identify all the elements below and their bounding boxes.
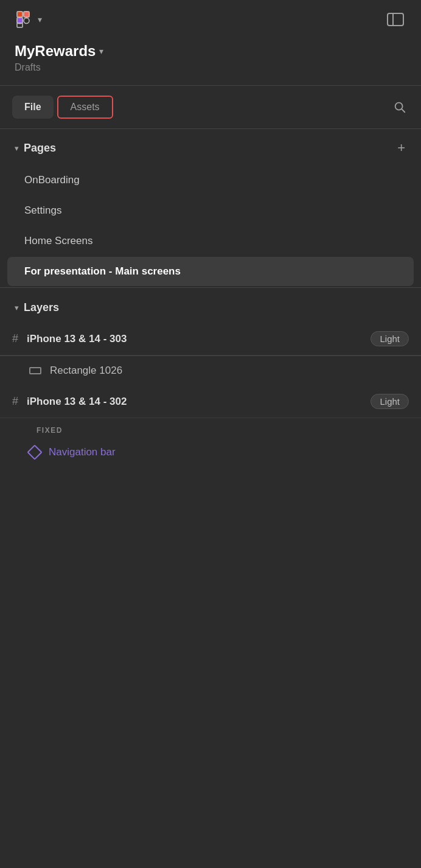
layers-section-header: ▾ Layers	[0, 290, 421, 323]
sub-layer-name-rect: Rectangle 1026	[50, 365, 122, 377]
header-chevron-icon: ▾	[38, 15, 42, 24]
frame-icon-303: #	[12, 332, 18, 345]
layer-name-302: iPhone 13 & 14 - 302	[27, 396, 362, 408]
tab-buttons: File Assets	[12, 96, 113, 119]
layers-section: ▾ Layers # iPhone 13 & 14 - 303 Light Re…	[0, 290, 421, 466]
layers-section-title: Layers	[24, 301, 59, 314]
add-page-button[interactable]: +	[396, 139, 406, 157]
project-title-section: MyRewards ▾ Drafts	[0, 37, 421, 85]
project-chevron-icon: ▾	[99, 46, 103, 56]
nav-layer-item[interactable]: Navigation bar	[0, 439, 421, 466]
nav-layer-name: Navigation bar	[49, 446, 116, 458]
fixed-badge-row: FIXED	[0, 418, 421, 439]
layer-badge-303: Light	[371, 331, 409, 346]
divider-3	[0, 287, 421, 288]
search-button[interactable]	[391, 98, 409, 116]
sub-layer-rectangle-1026[interactable]: Rectangle 1026	[0, 356, 421, 385]
rectangle-icon	[29, 367, 41, 374]
page-item-settings[interactable]: Settings	[7, 196, 414, 225]
tab-bar: File Assets	[0, 86, 421, 128]
tab-assets[interactable]: Assets	[57, 96, 113, 119]
page-item-home-screens[interactable]: Home Screens	[7, 226, 414, 256]
pages-section: ▾ Pages + OnBoarding Settings Home Scree…	[0, 129, 421, 286]
project-name-row[interactable]: MyRewards ▾	[15, 43, 406, 60]
sidebar-toggle-button[interactable]	[384, 11, 406, 28]
pages-chevron-icon: ▾	[15, 144, 19, 153]
app-header: ▾	[0, 0, 421, 37]
svg-rect-9	[388, 13, 403, 26]
layers-chevron-icon: ▾	[15, 303, 19, 312]
component-icon	[27, 444, 42, 460]
tab-file[interactable]: File	[12, 96, 54, 119]
layer-item-303[interactable]: # iPhone 13 & 14 - 303 Light	[0, 323, 421, 355]
figma-logo-icon	[15, 11, 32, 28]
layer-item-302[interactable]: # iPhone 13 & 14 - 302 Light	[0, 385, 421, 418]
pages-section-header: ▾ Pages +	[0, 129, 421, 164]
svg-point-8	[24, 18, 29, 24]
page-item-onboarding[interactable]: OnBoarding	[7, 166, 414, 195]
pages-title-row: ▾ Pages	[15, 142, 56, 155]
page-item-for-presentation[interactable]: For presentation - Main screens	[7, 257, 414, 286]
pages-section-title: Pages	[24, 142, 56, 155]
layer-name-303: iPhone 13 & 14 - 303	[27, 333, 362, 345]
header-left: ▾	[15, 11, 42, 28]
fixed-badge: FIXED	[37, 426, 63, 435]
layer-badge-302: Light	[371, 394, 409, 409]
svg-line-12	[402, 109, 405, 112]
project-name-text: MyRewards	[15, 43, 96, 60]
frame-icon-302: #	[12, 395, 18, 408]
project-subtitle: Drafts	[15, 62, 406, 73]
